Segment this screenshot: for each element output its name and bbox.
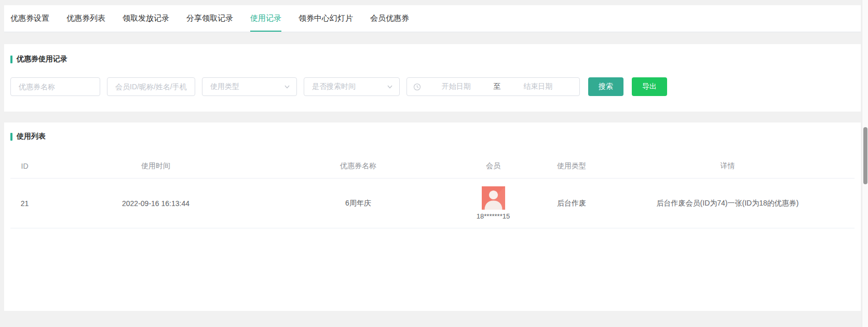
- tab-coupon-center-slides[interactable]: 领券中心幻灯片: [299, 5, 353, 32]
- coupon-name-input[interactable]: [10, 77, 100, 96]
- search-section-title-text: 优惠券使用记录: [17, 55, 67, 64]
- cell-id: 21: [10, 199, 39, 208]
- usage-table: ID 使用时间 优惠券名称 会员 使用类型 详情 21 2022-09-16 1…: [10, 154, 855, 228]
- member-search-input[interactable]: [107, 77, 195, 96]
- time-filter-placeholder: 是否搜索时间: [312, 82, 356, 91]
- cell-member: 18*******15: [444, 186, 542, 220]
- member-avatar: [482, 186, 505, 210]
- chevron-down-icon: [284, 84, 290, 90]
- cell-detail: 后台作废会员(ID为74)一张(ID为18的优惠券): [601, 199, 855, 208]
- header-coupon-name: 优惠券名称: [273, 161, 444, 171]
- member-phone: 18*******15: [477, 212, 510, 220]
- header-use-time: 使用时间: [39, 161, 273, 171]
- search-button[interactable]: 搜索: [588, 77, 623, 96]
- usage-list-panel: 使用列表 ID 使用时间 优惠券名称 会员 使用类型 详情 21 2022-09…: [4, 122, 861, 311]
- time-filter-select[interactable]: 是否搜索时间: [304, 77, 400, 96]
- section-accent-bar: [10, 133, 12, 141]
- header-use-type: 使用类型: [542, 161, 601, 171]
- start-date-placeholder[interactable]: 开始日期: [421, 82, 492, 91]
- tab-coupon-settings[interactable]: 优惠券设置: [10, 5, 49, 32]
- section-accent-bar: [10, 56, 12, 63]
- cell-coupon-name: 6周年庆: [273, 199, 444, 208]
- tab-member-coupons[interactable]: 会员优惠券: [370, 5, 409, 32]
- date-separator: 至: [492, 82, 503, 91]
- header-detail: 详情: [601, 161, 855, 171]
- end-date-placeholder[interactable]: 结束日期: [503, 82, 574, 91]
- vertical-scrollbar[interactable]: [862, 0, 868, 327]
- export-button[interactable]: 导出: [632, 77, 667, 96]
- tab-share-receive-records[interactable]: 分享领取记录: [186, 5, 233, 32]
- member-info: 18*******15: [446, 186, 540, 220]
- use-type-select[interactable]: 使用类型: [202, 77, 297, 96]
- header-id: ID: [10, 162, 39, 170]
- table-row: 21 2022-09-16 16:13:44 6周年庆 18*******15: [10, 179, 855, 228]
- list-section-title-text: 使用列表: [17, 132, 46, 141]
- header-member: 会员: [444, 161, 542, 171]
- tab-receive-issue-records[interactable]: 领取发放记录: [123, 5, 169, 32]
- chevron-down-icon: [387, 84, 393, 90]
- page-content: 优惠券设置 优惠券列表 领取发放记录 分享领取记录 使用记录 领券中心幻灯片 会…: [4, 5, 861, 311]
- cell-use-type: 后台作废: [542, 199, 601, 208]
- tab-bar: 优惠券设置 优惠券列表 领取发放记录 分享领取记录 使用记录 领券中心幻灯片 会…: [4, 5, 861, 32]
- search-controls: 使用类型 是否搜索时间 开始日期 至 结束日期 搜索: [10, 77, 855, 96]
- use-type-placeholder: 使用类型: [210, 82, 239, 91]
- search-section-title: 优惠券使用记录: [10, 55, 855, 64]
- cell-use-time: 2022-09-16 16:13:44: [39, 199, 273, 208]
- table-header-row: ID 使用时间 优惠券名称 会员 使用类型 详情: [10, 154, 855, 179]
- scrollbar-thumb[interactable]: [863, 127, 867, 184]
- tab-coupon-list[interactable]: 优惠券列表: [66, 5, 105, 32]
- clock-icon: [413, 83, 421, 91]
- list-section-title: 使用列表: [10, 132, 855, 141]
- usage-search-panel: 优惠券使用记录 使用类型 是否搜索时间: [4, 44, 861, 112]
- tab-usage-records[interactable]: 使用记录: [250, 5, 281, 32]
- date-range-picker[interactable]: 开始日期 至 结束日期: [406, 77, 580, 96]
